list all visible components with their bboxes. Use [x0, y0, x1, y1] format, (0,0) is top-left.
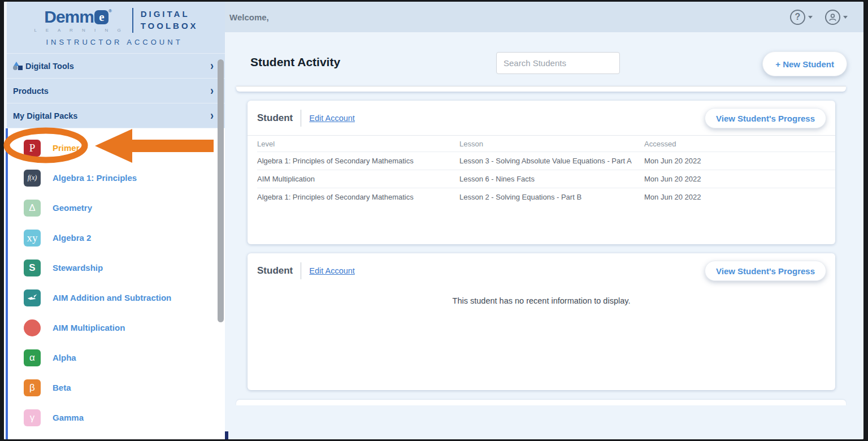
sidebar-scrollbar[interactable] — [218, 59, 224, 322]
caret-down-icon — [843, 16, 848, 19]
sidebar-item-my-digital-packs[interactable]: My Digital Packs › — [4, 103, 225, 128]
scrolled-card-edge-bottom — [236, 400, 846, 405]
delta-triangle-icon: Δ — [24, 200, 41, 217]
table-row: AIM Multiplication Lesson 6 - Nines Fact… — [257, 170, 835, 188]
shapes-icon — [13, 62, 23, 70]
pack-item-stewardship[interactable]: S Stewardship — [4, 253, 225, 283]
scrolled-card-edge-top — [236, 86, 846, 92]
logo-block: Demme® L E A R N I N G DIGITAL TOOLBOX I… — [4, 2, 225, 53]
edit-account-link[interactable]: Edit Account — [309, 114, 355, 123]
navy-corner-bar — [225, 431, 228, 439]
product-name: DIGITAL TOOLBOX — [141, 8, 198, 32]
alpha-icon: α — [24, 349, 41, 366]
cell-lesson: Lesson 3 - Solving Absolute Value Equati… — [459, 157, 644, 165]
logo-divider — [132, 8, 133, 33]
pack-item-geometry[interactable]: Δ Geometry — [4, 193, 225, 223]
content-area: Student Activity + New Student Student E… — [225, 32, 863, 439]
chevron-right-icon: › — [210, 109, 214, 123]
cell-level: AIM Multiplication — [257, 175, 459, 183]
pack-item-aim-addition-subtraction[interactable]: AIM Addition and Subtraction — [4, 283, 225, 313]
gamma-icon: γ — [24, 409, 41, 426]
header-divider — [301, 262, 301, 279]
no-activity-message: This student has no recent information t… — [248, 296, 835, 305]
header-divider — [301, 110, 301, 127]
edit-account-link[interactable]: Edit Account — [309, 266, 355, 275]
screenshot-frame: Demme® L E A R N I N G DIGITAL TOOLBOX I… — [0, 0, 868, 441]
aim-rocket-icon — [24, 289, 41, 306]
delta-icon — [24, 439, 41, 440]
user-icon — [825, 10, 840, 25]
col-header-lesson: Lesson — [459, 140, 644, 148]
pack-item-alpha[interactable]: α Alpha — [4, 343, 225, 373]
welcome-text: Welcome, — [229, 12, 269, 22]
stewardship-s-icon: S — [24, 260, 41, 276]
search-students-input[interactable] — [496, 52, 620, 74]
student-card-1: Student Edit Account View Student's Prog… — [248, 101, 835, 244]
table-row: Algebra 1: Principles of Secondary Mathe… — [257, 152, 835, 170]
xy-icon: xy — [24, 230, 41, 247]
cell-lesson: Lesson 6 - Nines Facts — [459, 175, 644, 183]
cell-lesson: Lesson 2 - Solving Equations - Part B — [459, 193, 644, 201]
cell-accessed: Mon Jun 20 2022 — [644, 175, 835, 183]
brand-subtext: L E A R N I N G — [31, 28, 124, 33]
pack-item-partial[interactable] — [4, 433, 225, 439]
beta-icon: β — [24, 379, 41, 396]
table-header-row: Level Lesson Accessed — [257, 136, 835, 152]
sidebar-item-digital-tools[interactable]: Digital Tools › — [4, 54, 225, 79]
student-card-2: Student Edit Account View Student's Prog… — [248, 253, 835, 390]
chevron-right-icon: › — [210, 59, 214, 74]
sidebar-nav: Digital Tools › Products › My Digital Pa… — [4, 53, 225, 128]
account-menu[interactable] — [825, 10, 848, 25]
topbar: Welcome, ? — [225, 2, 863, 32]
student-name: Student — [257, 113, 293, 124]
chevron-right-icon: › — [210, 84, 214, 98]
primer-icon: P — [24, 140, 41, 157]
pack-item-beta[interactable]: β Beta — [4, 373, 225, 403]
app-window: Demme® L E A R N I N G DIGITAL TOOLBOX I… — [4, 2, 863, 439]
col-header-level: Level — [257, 140, 459, 148]
main-area: Welcome, ? Student Activity — [225, 2, 863, 439]
sidebar-item-products[interactable]: Products › — [4, 79, 225, 103]
fx-icon: f(x) — [24, 170, 41, 187]
cell-accessed: Mon Jun 20 2022 — [644, 193, 835, 201]
activity-table: Level Lesson Accessed Algebra 1: Princip… — [248, 136, 835, 206]
pack-item-primer[interactable]: P Primer — [4, 133, 225, 163]
caret-down-icon — [808, 16, 813, 19]
pack-item-aim-multiplication[interactable]: AIM Multiplication — [4, 313, 225, 343]
table-row: Algebra 1: Principles of Secondary Mathe… — [257, 188, 835, 206]
help-icon: ? — [790, 10, 805, 25]
view-progress-button[interactable]: View Student's Progress — [705, 261, 826, 281]
cell-accessed: Mon Jun 20 2022 — [644, 157, 835, 165]
help-menu[interactable]: ? — [790, 10, 813, 25]
digital-packs-list: P Primer f(x) Algebra 1: Principles Δ Ge… — [4, 128, 225, 439]
registered-mark: ® — [108, 8, 111, 14]
cell-level: Algebra 1: Principles of Secondary Mathe… — [257, 157, 459, 165]
new-student-button[interactable]: + New Student — [762, 51, 847, 76]
demme-e-icon: e — [94, 10, 108, 24]
pack-item-algebra2[interactable]: xy Algebra 2 — [4, 223, 225, 253]
col-header-accessed: Accessed — [644, 140, 835, 148]
sidebar: Demme® L E A R N I N G DIGITAL TOOLBOX I… — [4, 2, 225, 439]
cell-level: Algebra 1: Principles of Secondary Mathe… — [257, 193, 459, 201]
pack-item-algebra1-principles[interactable]: f(x) Algebra 1: Principles — [4, 163, 225, 193]
page-title: Student Activity — [250, 55, 340, 69]
brand-text: Demm — [44, 7, 94, 27]
pack-item-gamma[interactable]: γ Gamma — [4, 403, 225, 433]
view-progress-button[interactable]: View Student's Progress — [705, 108, 826, 128]
account-type-label: INSTRUCTOR ACCOUNT — [4, 38, 225, 46]
student-name: Student — [257, 265, 293, 276]
demme-learning-logo: Demme® L E A R N I N G — [31, 7, 124, 33]
red-circle-icon — [24, 319, 41, 336]
